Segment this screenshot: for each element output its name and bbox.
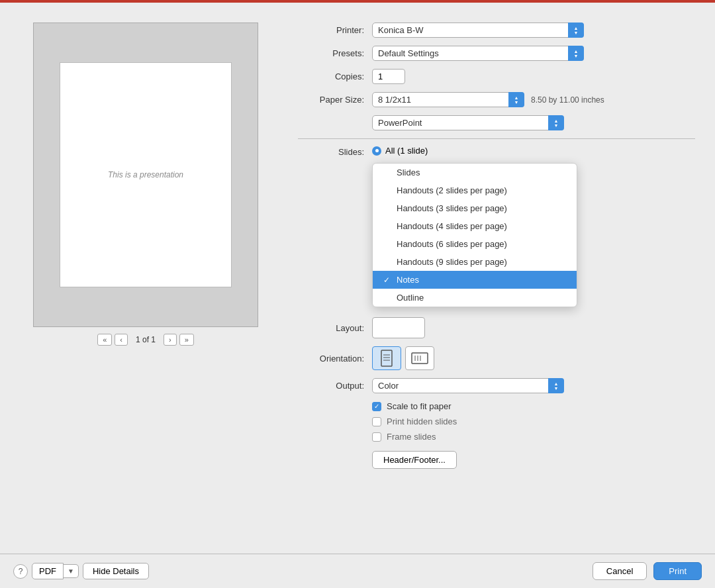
layout-box: [372, 317, 425, 338]
hidden-slides-checkbox-row: Print hidden slides: [298, 416, 695, 426]
dropdown-item-outline[interactable]: Outline: [373, 289, 577, 307]
presets-label: Presets:: [298, 48, 364, 58]
dropdown-label-handouts4: Handouts (4 slides per page): [397, 221, 507, 231]
frame-slides-checkbox-row: Frame slides: [298, 432, 695, 442]
dropdown-label-notes: Notes: [397, 275, 419, 285]
frame-slides-checkbox[interactable]: [372, 432, 381, 442]
preview-panel: This is a presentation « ‹ 1 of 1 › »: [0, 16, 291, 554]
slides-all-radio-row: All (1 slide): [372, 146, 695, 156]
layout-label: Layout:: [298, 323, 364, 333]
copies-input[interactable]: [372, 69, 405, 84]
printer-label: Printer:: [298, 25, 364, 35]
dropdown-label-handouts2: Handouts (2 slides per page): [397, 185, 507, 195]
slide-preview: This is a presentation: [33, 23, 258, 327]
dropdown-item-handouts2[interactable]: Handouts (2 slides per page): [373, 181, 577, 199]
dropdown-item-handouts9[interactable]: Handouts (9 slides per page): [373, 253, 577, 271]
landscape-icon: [411, 352, 428, 365]
hidden-slides-label: Print hidden slides: [387, 416, 457, 426]
powerpoint-select[interactable]: PowerPoint: [372, 115, 564, 130]
hidden-slides-checkbox[interactable]: [372, 417, 381, 426]
dropdown-item-handouts3[interactable]: Handouts (3 slides per page): [373, 199, 577, 217]
portrait-icon: [380, 350, 393, 367]
dropdown-label-slides: Slides: [397, 168, 420, 177]
orientation-row: Orientation:: [298, 346, 695, 370]
powerpoint-select-wrapper: PowerPoint: [372, 115, 564, 130]
slides-all-radio[interactable]: [372, 146, 381, 156]
slide-page: This is a presentation: [60, 62, 232, 287]
paper-size-select[interactable]: 8 1/2x11: [372, 92, 524, 107]
svg-rect-0: [381, 350, 392, 366]
landscape-orientation-button[interactable]: [405, 346, 434, 370]
powerpoint-row: PowerPoint: [298, 115, 695, 130]
printer-row: Printer: Konica B-W: [298, 23, 695, 38]
slides-row: Slides: All (1 slide) Slides: [298, 146, 695, 158]
dropdown-item-notes[interactable]: ✓ Notes: [373, 271, 577, 289]
copies-label: Copies:: [298, 72, 364, 81]
pdf-button[interactable]: PDF: [32, 563, 64, 579]
print-dialog: This is a presentation « ‹ 1 of 1 › » Pr…: [0, 0, 715, 588]
printer-select[interactable]: Konica B-W: [372, 23, 584, 38]
output-select-wrapper: Color: [372, 378, 564, 393]
frame-slides-label: Frame slides: [387, 432, 436, 442]
copies-row: Copies:: [298, 69, 695, 84]
nav-prev-button[interactable]: ‹: [115, 334, 128, 346]
page-navigation: « ‹ 1 of 1 › »: [97, 334, 194, 346]
presets-select-wrapper: Default Settings: [372, 46, 584, 61]
layout-row: Layout:: [298, 317, 695, 338]
pdf-button-group: PDF ▼: [32, 563, 79, 579]
orientation-label: Orientation:: [298, 354, 364, 364]
slides-dropdown-menu: Slides Handouts (2 slides per page) Hand…: [372, 163, 577, 307]
dropdown-label-handouts3: Handouts (3 slides per page): [397, 203, 507, 213]
dropdown-item-handouts6[interactable]: Handouts (6 slides per page): [373, 235, 577, 253]
slides-all-label: All (1 slide): [385, 146, 428, 156]
presets-select[interactable]: Default Settings: [372, 46, 584, 61]
slides-label: Slides:: [298, 146, 364, 157]
paper-size-info: 8.50 by 11.00 inches: [531, 95, 604, 105]
output-row: Output: Color: [298, 378, 695, 393]
printer-select-wrapper: Konica B-W: [372, 23, 584, 38]
dropdown-item-handouts4[interactable]: Handouts (4 slides per page): [373, 217, 577, 235]
cancel-button[interactable]: Cancel: [593, 562, 647, 580]
settings-panel: Printer: Konica B-W Presets: Default Set…: [291, 16, 715, 554]
svg-rect-4: [412, 353, 428, 364]
paper-size-label: Paper Size:: [298, 95, 364, 105]
help-button[interactable]: ?: [13, 564, 28, 579]
paper-size-select-wrapper: 8 1/2x11: [372, 92, 524, 107]
dropdown-item-slides[interactable]: Slides: [373, 164, 577, 181]
dropdown-label-handouts6: Handouts (6 slides per page): [397, 239, 507, 249]
bottom-left: ? PDF ▼ Hide Details: [13, 563, 149, 579]
dropdown-label-outline: Outline: [397, 293, 424, 303]
bottom-bar: ? PDF ▼ Hide Details Cancel Print: [0, 554, 715, 588]
slide-text: This is a presentation: [108, 170, 183, 179]
output-label: Output:: [298, 381, 364, 391]
pdf-arrow-button[interactable]: ▼: [64, 564, 79, 578]
hide-details-button[interactable]: Hide Details: [83, 563, 149, 579]
portrait-orientation-button[interactable]: [372, 346, 401, 370]
print-button[interactable]: Print: [653, 562, 702, 580]
page-indicator: 1 of 1: [130, 335, 161, 344]
nav-first-button[interactable]: «: [97, 334, 112, 346]
presets-row: Presets: Default Settings: [298, 46, 695, 61]
divider-1: [298, 138, 695, 139]
scale-checkbox-row: Scale to fit paper: [298, 401, 695, 411]
scale-label: Scale to fit paper: [387, 401, 452, 411]
nav-last-button[interactable]: »: [179, 334, 194, 346]
header-footer-button[interactable]: Header/Footer...: [372, 451, 457, 469]
paper-size-row: Paper Size: 8 1/2x11 8.50 by 11.00 inche…: [298, 92, 695, 107]
dropdown-label-handouts9: Handouts (9 slides per page): [397, 257, 507, 267]
notes-checkmark: ✓: [383, 275, 393, 285]
output-select[interactable]: Color: [372, 378, 564, 393]
scale-checkbox[interactable]: [372, 402, 381, 411]
slides-content: All (1 slide) Slides Handouts (2 slides …: [372, 146, 695, 158]
nav-next-button[interactable]: ›: [164, 334, 177, 346]
